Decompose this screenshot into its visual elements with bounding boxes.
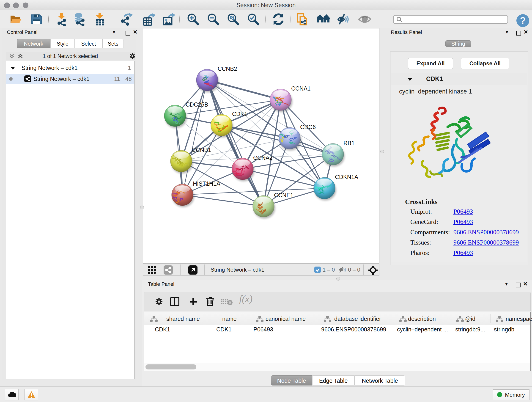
svg-text:CCNA1: CCNA1 — [291, 85, 311, 92]
svg-text:CCNB2: CCNB2 — [218, 65, 237, 72]
svg-text:CDC25B: CDC25B — [186, 101, 208, 108]
svg-text:CCNB1: CCNB1 — [192, 147, 211, 153]
svg-text:CDC6: CDC6 — [300, 124, 316, 130]
svg-text:RB1: RB1 — [343, 140, 355, 146]
svg-text:CCNE1: CCNE1 — [274, 192, 293, 198]
svg-text:CCNA2: CCNA2 — [253, 154, 273, 161]
svg-text:CDK1: CDK1 — [232, 111, 247, 117]
svg-text:CDKN1A: CDKN1A — [335, 174, 358, 180]
svg-text:?: ? — [520, 15, 526, 26]
svg-text:HIST1H1A: HIST1H1A — [193, 180, 220, 187]
